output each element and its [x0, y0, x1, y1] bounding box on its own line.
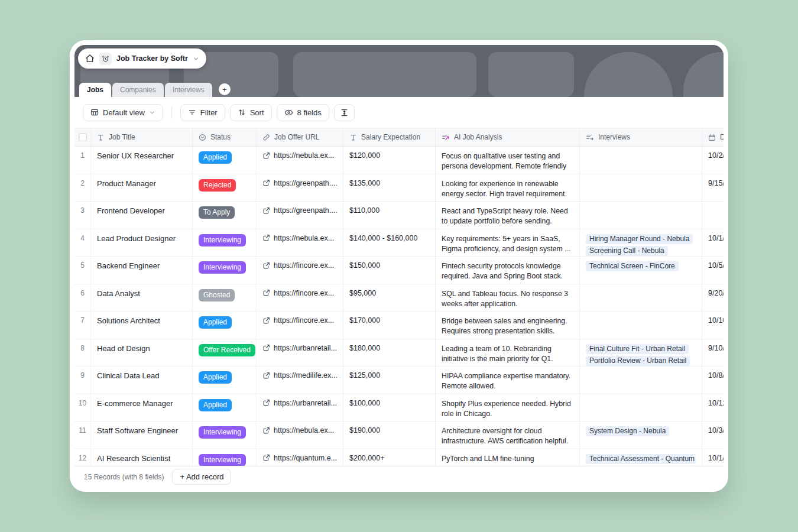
table-row[interactable]: 3Frontend DeveloperTo Applyhttps://green…	[74, 202, 724, 229]
cell-interviews[interactable]	[580, 174, 702, 202]
url-link[interactable]: https://greenpath....	[262, 206, 337, 215]
cell-ai-job-analysis[interactable]: Shopify Plus experience needed. Hybrid r…	[436, 394, 580, 421]
row-number[interactable]: 8	[74, 339, 91, 366]
interview-chip[interactable]: Screening Call - Nebula	[586, 246, 668, 256]
cell-date-applied[interactable]: 10/12/	[702, 394, 724, 421]
row-number[interactable]: 11	[74, 421, 91, 449]
cell-ai-job-analysis[interactable]: Leading a team of 10. Rebranding initiat…	[436, 339, 580, 366]
cell-date-applied[interactable]: 10/10/	[702, 312, 724, 339]
cell-job-title[interactable]: Solutions Architect	[91, 312, 193, 339]
url-link[interactable]: https://urbanretail...	[262, 399, 337, 407]
cell-salary-expectation[interactable]: $190,000	[343, 421, 436, 449]
cell-interviews[interactable]	[580, 312, 702, 339]
cell-job-offer-url[interactable]: https://nebula.ex...	[257, 421, 343, 449]
home-icon[interactable]	[85, 54, 95, 63]
status-badge[interactable]: Applied	[199, 399, 232, 411]
cell-ai-job-analysis[interactable]: Bridge between sales and engineering. Re…	[436, 312, 580, 339]
cell-date-applied[interactable]: 9/15/2	[702, 174, 724, 202]
cell-job-offer-url[interactable]: https://medilife.ex...	[257, 366, 343, 394]
cell-status[interactable]: Applied	[193, 147, 257, 174]
row-number[interactable]: 5	[74, 257, 91, 284]
status-badge[interactable]: Interviewing	[199, 261, 246, 274]
cell-interviews[interactable]: System Design - Nebula	[580, 421, 702, 449]
cell-date-applied[interactable]: 10/8/2	[702, 366, 724, 394]
cell-job-offer-url[interactable]: https://greenpath....	[257, 202, 343, 229]
cell-ai-job-analysis[interactable]: React and TypeScript heavy role. Need to…	[436, 202, 580, 229]
status-badge[interactable]: Ghosted	[199, 289, 235, 301]
table-row[interactable]: 5Backend EngineerInterviewinghttps://fin…	[74, 257, 724, 284]
cell-interviews[interactable]: Technical Screen - FinCore	[580, 257, 702, 284]
select-all-checkbox[interactable]	[79, 133, 87, 141]
cell-salary-expectation[interactable]: $200,000+	[343, 449, 436, 466]
tab-companies[interactable]: Companies	[112, 83, 164, 97]
cell-status[interactable]: Applied	[193, 366, 257, 394]
cell-status[interactable]: Applied	[193, 394, 257, 421]
interview-chip[interactable]: Technical Assessment - Quantum	[586, 454, 696, 464]
row-height-button[interactable]	[334, 104, 355, 121]
url-link[interactable]: https://nebula.ex...	[262, 151, 337, 160]
cell-date-applied[interactable]: 10/1/2	[702, 229, 724, 257]
tab-jobs[interactable]: Jobs	[79, 83, 111, 97]
cell-salary-expectation[interactable]: $135,000	[343, 174, 436, 202]
column-header-date-applied[interactable]: Date Applied	[702, 128, 724, 146]
cell-job-title[interactable]: Head of Design	[91, 339, 193, 366]
row-number[interactable]: 6	[74, 284, 91, 312]
url-link[interactable]: https://medilife.ex...	[262, 371, 337, 379]
cell-job-title[interactable]: Staff Software Engineer	[91, 421, 193, 449]
table-row[interactable]: 12AI Research ScientistInterviewinghttps…	[74, 449, 724, 466]
filter-button[interactable]: Filter	[180, 104, 225, 121]
interview-chip[interactable]: System Design - Nebula	[586, 426, 669, 436]
column-header-status[interactable]: Status	[193, 128, 257, 146]
status-badge[interactable]: Interviewing	[199, 454, 246, 466]
column-header-ai-job-analysis[interactable]: AI Job Analysis	[436, 128, 580, 146]
table-row[interactable]: 11Staff Software EngineerInterviewinghtt…	[74, 421, 724, 449]
status-badge[interactable]: Applied	[199, 371, 232, 384]
status-badge[interactable]: To Apply	[199, 206, 235, 219]
row-number[interactable]: 10	[74, 394, 91, 421]
row-number[interactable]: 7	[74, 312, 91, 339]
cell-job-offer-url[interactable]: https://nebula.ex...	[257, 229, 343, 257]
cell-job-offer-url[interactable]: https://nebula.ex...	[257, 147, 343, 174]
cell-job-offer-url[interactable]: https://urbanretail...	[257, 339, 343, 366]
cell-job-title[interactable]: Backend Engineer	[91, 257, 193, 284]
cell-job-title[interactable]: Data Analyst	[91, 284, 193, 312]
view-selector-button[interactable]: Default view	[83, 104, 163, 121]
column-header-job-offer-url[interactable]: Job Offer URL	[257, 128, 343, 146]
app-switcher[interactable]: Job Tracker by Softr	[78, 48, 206, 69]
cell-ai-job-analysis[interactable]: Architecture oversight for cloud infrast…	[436, 421, 580, 449]
cell-status[interactable]: Rejected	[193, 174, 257, 202]
cell-job-offer-url[interactable]: https://fincore.ex...	[257, 284, 343, 312]
cell-date-applied[interactable]: 10/5/2	[702, 257, 724, 284]
cell-job-offer-url[interactable]: https://greenpath....	[257, 174, 343, 202]
cell-interviews[interactable]: Technical Assessment - Quantum	[580, 449, 702, 466]
cell-job-title[interactable]: Clinical Data Lead	[91, 366, 193, 394]
add-record-button[interactable]: + Add record	[172, 469, 231, 485]
cell-job-offer-url[interactable]: https://quantum.e...	[257, 449, 343, 466]
cell-ai-job-analysis[interactable]: Key requirements: 5+ years in SaaS, Figm…	[436, 229, 580, 257]
table-row[interactable]: 10E-commerce ManagerAppliedhttps://urban…	[74, 394, 724, 422]
cell-date-applied[interactable]: 10/1/2	[702, 449, 724, 466]
url-link[interactable]: https://greenpath....	[262, 179, 337, 187]
cell-ai-job-analysis[interactable]: Focus on qualitative user testing and pe…	[436, 147, 580, 174]
status-badge[interactable]: Interviewing	[199, 426, 246, 439]
cell-status[interactable]: Interviewing	[193, 229, 257, 257]
cell-salary-expectation[interactable]: $180,000	[343, 339, 436, 366]
cell-date-applied[interactable]: 10/3/2	[702, 421, 724, 449]
url-link[interactable]: https://urbanretail...	[262, 344, 337, 352]
cell-interviews[interactable]	[580, 147, 702, 174]
add-table-button[interactable]: +	[219, 83, 231, 95]
cell-interviews[interactable]	[580, 366, 702, 394]
cell-salary-expectation[interactable]: $170,000	[343, 312, 436, 339]
column-header-salary-expectation[interactable]: Salary Expectation	[343, 128, 436, 146]
status-badge[interactable]: Rejected	[199, 179, 236, 192]
url-link[interactable]: https://fincore.ex...	[262, 261, 337, 270]
cell-job-title[interactable]: Lead Product Designer	[91, 229, 193, 257]
tab-interviews[interactable]: Interviews	[165, 83, 212, 97]
cell-salary-expectation[interactable]: $100,000	[343, 394, 436, 421]
url-link[interactable]: https://quantum.e...	[262, 454, 337, 462]
cell-status[interactable]: Applied	[193, 312, 257, 339]
status-badge[interactable]: Applied	[199, 316, 232, 329]
cell-job-offer-url[interactable]: https://fincore.ex...	[257, 312, 343, 339]
cell-status[interactable]: To Apply	[193, 202, 257, 229]
table-row[interactable]: 6Data AnalystGhostedhttps://fincore.ex..…	[74, 284, 724, 312]
